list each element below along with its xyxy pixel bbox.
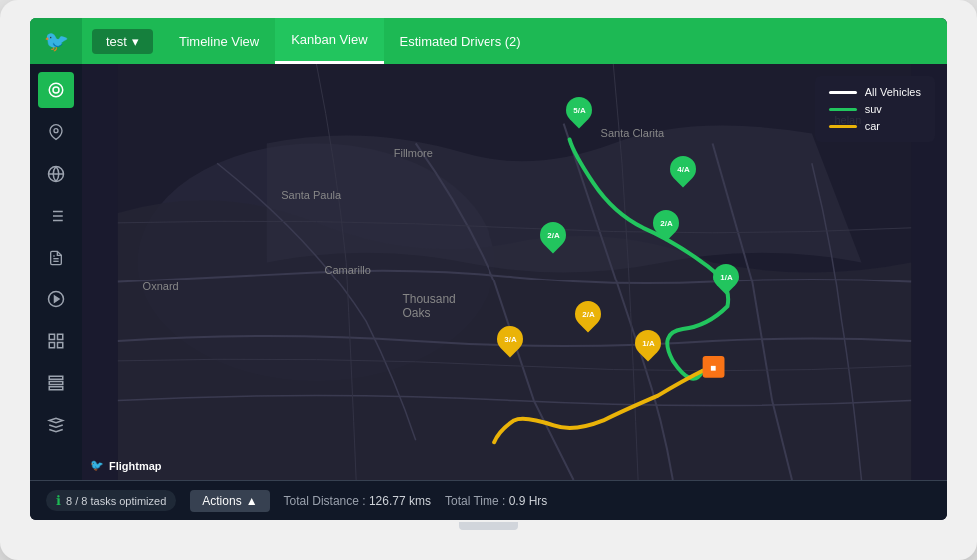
top-bar: 🐦 test ▾ Timeline View Kanban View Estim… [30,18,947,64]
legend-line-all-vehicles [829,91,857,94]
label-santa-paula: Santa Paula [281,189,341,201]
pin-yellow-3a: 3/A [497,326,523,352]
sidebar-item-globe[interactable] [38,156,74,192]
tasks-badge: ℹ 8 / 8 tasks optimized [46,490,176,511]
info-icon: ℹ [56,493,61,508]
legend-label-car: car [865,120,880,132]
flightmap-label: Flightmap [109,460,162,472]
sidebar-item-play[interactable] [38,281,74,317]
test-label: test [106,34,127,49]
svg-point-0 [53,87,59,93]
distance-stat: Total Distance : 126.77 kms [284,494,431,508]
legend-line-car [829,125,857,128]
legend-label-suv: suv [865,103,882,115]
tab-estimated-drivers[interactable]: Estimated Drivers (2) [384,18,537,64]
label-camarillo: Camarillo [324,264,370,276]
map-legend: All Vehicles suv car [815,76,935,142]
nav-tabs: Timeline View Kanban View Estimated Driv… [163,18,537,64]
legend-line-suv [829,108,857,111]
legend-car: car [829,120,921,132]
tab-timeline[interactable]: Timeline View [163,18,275,64]
bottom-bar: ℹ 8 / 8 tasks optimized Actions ▲ Total … [30,480,947,520]
actions-button[interactable]: Actions ▲ [190,490,269,512]
sidebar-item-routes[interactable] [38,72,74,108]
svg-rect-15 [49,334,54,339]
test-dropdown-button[interactable]: test ▾ [92,29,153,54]
pin-green-4a: 4/A [670,156,696,182]
label-santa-clarita: Santa Clarita [601,127,665,139]
tasks-text: 8 / 8 tasks optimized [66,495,166,507]
svg-rect-21 [49,387,63,390]
pin-yellow-2a: 2/A [575,301,601,327]
logo-area: 🐦 [30,18,82,64]
tab-kanban[interactable]: Kanban View [275,18,383,64]
actions-label: Actions [202,494,241,508]
sidebar-item-grid[interactable] [38,365,74,401]
svg-rect-18 [49,343,54,348]
sidebar-item-chart[interactable] [38,323,74,359]
pin-yellow-1a: 1/A [635,330,661,356]
svg-rect-20 [49,382,63,385]
label-oxnard: Oxnard [143,280,179,292]
laptop-chin [459,522,518,530]
screen: 🐦 test ▾ Timeline View Kanban View Estim… [30,18,947,520]
svg-point-1 [49,83,63,97]
legend-suv: suv [829,103,921,115]
distance-value: 126.77 kms [369,494,431,508]
legend-label-all-vehicles: All Vehicles [865,86,921,98]
svg-rect-17 [58,343,63,348]
time-label: Total Time : [445,494,505,508]
sidebar-item-list[interactable] [38,198,74,234]
svg-rect-19 [49,376,63,379]
actions-arrow-icon: ▲ [246,494,258,508]
time-stat: Total Time : 0.9 Hrs [445,494,547,508]
app-logo: 🐦 [44,29,69,53]
label-thousand-oaks: ThousandOaks [402,292,455,320]
laptop-frame: 🐦 test ▾ Timeline View Kanban View Estim… [0,0,977,560]
flightmap-icon: 🐦 [90,459,104,472]
sidebar-item-layers[interactable] [38,407,74,443]
label-fillmore: Fillmore [394,147,433,159]
svg-marker-22 [49,418,63,423]
sidebar [30,64,82,480]
distance-label: Total Distance : [284,494,366,508]
sidebar-item-mappin[interactable] [38,114,74,150]
svg-text:■: ■ [711,362,717,373]
pin-green-5a: 5/A [566,97,592,123]
svg-point-2 [54,129,58,133]
svg-marker-14 [55,296,60,302]
dropdown-icon: ▾ [132,34,139,49]
flightmap-logo: 🐦 Flightmap [90,459,162,472]
pin-green-2a-right: 2/A [653,210,679,236]
legend-all-vehicles: All Vehicles [829,86,921,98]
time-value: 0.9 Hrs [509,494,548,508]
pin-green-1a: 1/A [713,264,739,289]
map-container: ■ Santa Clarita Fillmore Santa Paula Oxn… [82,64,947,480]
pin-green-2a-left: 2/A [540,222,566,248]
sidebar-item-file[interactable] [38,240,74,276]
svg-rect-16 [58,334,63,339]
main-area: ■ Santa Clarita Fillmore Santa Paula Oxn… [30,64,947,480]
